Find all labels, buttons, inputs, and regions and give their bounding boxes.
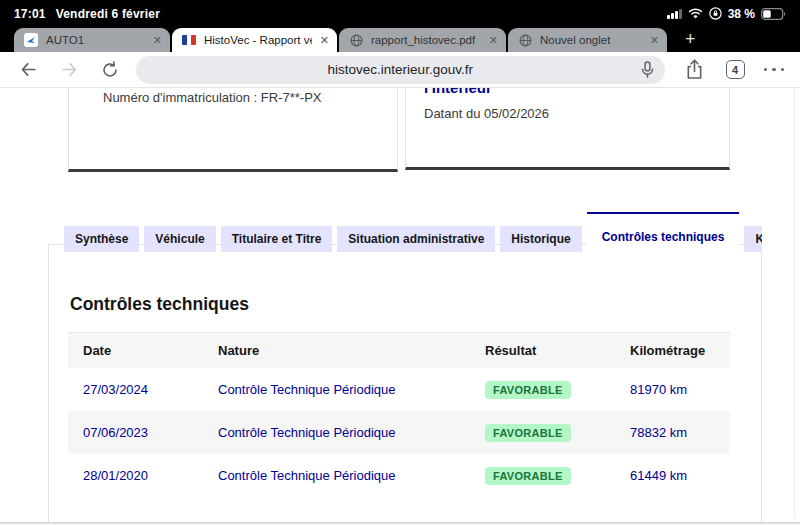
tab-historique[interactable]: Historique [500,226,581,252]
registration-number: Numéro d'immatriculation : FR-7**-PX [103,90,397,105]
status-badge: FAVORABLE [485,424,571,442]
browser-tab-histovec[interactable]: HistoVec - Rapport vende ✕ [172,28,337,52]
auto1-favicon [24,33,38,47]
column-header-kilometrage: Kilométrage [615,333,730,368]
registration-card: Numéro d'immatriculation : FR-7**-PX [68,88,398,172]
report-date: Datant du 05/02/2026 [424,106,729,121]
date: Vendredi 6 février [56,7,160,21]
tab-titulaire-et-titre[interactable]: Titulaire et Titre [221,226,333,252]
browser-tab-pdf[interactable]: rapport_histovec.pdf ✕ [339,28,506,52]
ministry-title: l'Intérieur [424,88,729,97]
table-row: 27/03/2024 Contrôle Technique Périodique… [68,368,730,411]
close-tab-icon[interactable]: ✕ [489,34,498,47]
cell-nature: Contrôle Technique Périodique [203,411,470,454]
tab-controles-techniques[interactable]: Contrôles techniques [587,212,740,252]
cell-date: 28/01/2020 [68,454,203,497]
battery-icon [761,8,786,20]
report-date-card: l'Intérieur Datant du 05/02/2026 [405,88,730,170]
browser-tab-auto1[interactable]: AUTO1 ✕ [14,28,170,52]
browser-tab-title: Nouvel onglet [540,34,642,46]
cell-date: 07/06/2023 [68,411,203,454]
cellular-signal-icon [667,9,682,19]
back-icon[interactable] [16,58,40,82]
more-icon[interactable] [764,68,785,72]
page-content: Numéro d'immatriculation : FR-7**-PX l'I… [0,88,800,525]
status-badge: FAVORABLE [485,381,571,399]
tab-kilometrage[interactable]: Kilométrage [744,226,762,252]
ipad-screen: 17:01 Vendredi 6 février 38 % AUTO1 ✕ [0,0,800,525]
browser-tab-title: HistoVec - Rapport vende [204,34,312,46]
wifi-icon [688,8,703,19]
column-header-date: Date [68,333,203,368]
browser-tab-strip: AUTO1 ✕ HistoVec - Rapport vende ✕ rappo… [0,27,800,52]
share-icon[interactable] [683,58,707,82]
clock: 17:01 [14,7,46,21]
status-bar: 17:01 Vendredi 6 février 38 % [0,0,800,27]
browser-nav-bar: histovec.interieur.gouv.fr 4 [0,52,800,88]
globe-icon [518,33,532,47]
battery-percent: 38 % [728,7,755,21]
cell-kilometrage: 61449 km [615,454,730,497]
cell-nature: Contrôle Technique Périodique [203,368,470,411]
new-tab-button[interactable]: + [685,27,696,52]
tab-vehicule[interactable]: Véhicule [144,226,215,252]
rotation-lock-icon [709,7,722,20]
table-row: 07/06/2023 Contrôle Technique Périodique… [68,411,730,454]
tab-synthese[interactable]: Synthèse [64,226,139,252]
close-tab-icon[interactable]: ✕ [320,34,329,47]
column-header-nature: Nature [203,333,470,368]
table-header-row: Date Nature Résultat Kilométrage [68,332,730,368]
globe-icon [349,33,363,47]
tab-situation-administrative[interactable]: Situation administrative [337,226,495,252]
url-text: histovec.interieur.gouv.fr [328,62,473,77]
browser-tab-title: AUTO1 [46,34,145,46]
status-badge: FAVORABLE [485,467,571,485]
cell-kilometrage: 78832 km [615,411,730,454]
address-bar[interactable]: histovec.interieur.gouv.fr [136,56,665,84]
cell-nature: Contrôle Technique Périodique [203,454,470,497]
cell-kilometrage: 81970 km [615,368,730,411]
cell-date: 27/03/2024 [68,368,203,411]
reload-icon[interactable] [98,58,122,82]
page-right-border [794,88,795,519]
forward-icon[interactable] [57,58,81,82]
mic-icon[interactable] [641,61,654,83]
browser-tab-new[interactable]: Nouvel onglet ✕ [508,28,667,52]
column-header-resultat: Résultat [470,333,615,368]
french-flag-favicon [182,33,196,47]
browser-tab-title: rapport_histovec.pdf [371,34,481,46]
inspections-table: Date Nature Résultat Kilométrage 27/03/2… [68,332,730,497]
section-title: Contrôles techniques [70,294,249,315]
close-tab-icon[interactable]: ✕ [650,34,659,47]
tab-counter-button[interactable]: 4 [726,60,745,79]
table-row: 28/01/2020 Contrôle Technique Périodique… [68,454,730,497]
close-tab-icon[interactable]: ✕ [153,34,162,47]
tab-count: 4 [732,64,738,76]
report-tabs: Synthèse Véhicule Titulaire et Titre Sit… [48,212,762,252]
